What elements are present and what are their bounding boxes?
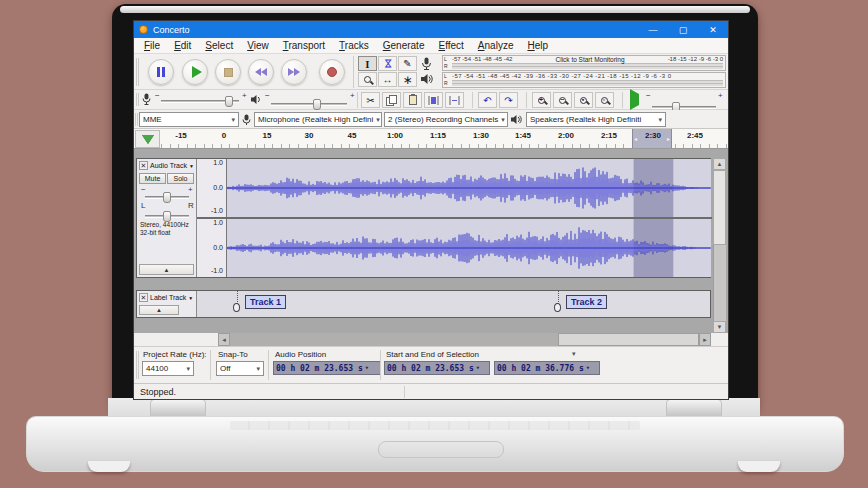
track-area: ✕ Audio Track ▼ Mute Solo − + L R Stereo… [134,149,728,333]
play-volume-thumb[interactable] [313,99,321,110]
play-speed-slider[interactable] [652,106,716,109]
scroll-left-button[interactable]: ◂ [218,333,230,346]
menu-generate[interactable]: Generate [376,39,432,52]
menu-analyze[interactable]: Analyze [471,39,521,52]
menu-help[interactable]: Help [520,39,555,52]
undo-button[interactable]: ↶ [478,92,497,108]
label-chip[interactable]: Track 1 [245,295,286,309]
minimize-button[interactable]: — [638,21,668,38]
track-name-dropdown[interactable]: Audio Track ▼ [150,162,194,169]
record-volume-thumb[interactable] [225,96,233,107]
skip-to-start-button[interactable] [248,59,274,85]
menu-edit[interactable]: Edit [167,39,198,52]
menu-file[interactable]: File [137,39,167,52]
title-bar[interactable]: Concerto — ▢ ✕ [134,21,728,38]
label-marker-handle[interactable] [233,303,240,312]
scroll-right-button[interactable]: ▸ [699,333,711,346]
copy-button[interactable] [382,92,401,108]
envelope-tool-button[interactable]: ⋈ [378,56,397,71]
selection-tool-button[interactable]: I [358,56,377,71]
toolbar-grip[interactable] [136,351,139,379]
selection-range-dropdown-icon[interactable]: ▾ [572,350,576,358]
close-button[interactable]: ✕ [698,21,728,38]
play-at-speed-icon [630,89,639,110]
zoom-in-button[interactable]: + [532,92,551,108]
timeshift-tool-button[interactable]: ↔ [378,72,397,87]
label-marker-handle[interactable] [554,303,561,312]
menu-effect[interactable]: Effect [431,39,470,52]
track-collapse-button[interactable]: ▲ [139,264,194,275]
skip-to-end-button[interactable] [281,59,307,85]
toolbar-grip[interactable] [136,58,139,86]
mute-button[interactable]: Mute [139,173,166,184]
audio-host-select[interactable]: MME▾ [139,112,239,127]
recording-device-select[interactable]: Microphone (Realtek High Defini▾ [254,112,382,127]
selection-right-handle[interactable]: ▸ [667,135,670,142]
paste-icon [409,95,417,105]
draw-tool-button[interactable]: ✎ [398,56,417,71]
ruler-tick: 1:45 [515,131,531,140]
waveform-channel-right[interactable] [227,219,711,277]
menu-tracks[interactable]: Tracks [332,39,376,52]
solo-button[interactable]: Solo [167,173,194,184]
menu-select[interactable]: Select [198,39,240,52]
maximize-button[interactable]: ▢ [668,21,698,38]
recording-meter[interactable]: LR -57 -54 -51 -48 -45 -42 Click to Star… [442,55,726,71]
trim-audio-button[interactable] [424,92,443,108]
record-volume-slider[interactable] [161,100,239,103]
selection-range-select[interactable]: Start and End of Selection [386,350,582,359]
play-at-speed-button[interactable] [630,94,639,105]
snap-to-select[interactable]: Off▾ [216,361,264,376]
selection-end-field[interactable]: 00 h 02 m 36.776 s▾ [494,361,600,375]
fit-selection-button[interactable]: ▪ [574,92,593,108]
scroll-up-button[interactable]: ▲ [713,158,726,170]
gain-slider[interactable] [145,196,189,199]
horizontal-scroll-thumb[interactable] [558,333,699,346]
label-track-name-dropdown[interactable]: Label Track ▼ [150,294,193,301]
label-chip[interactable]: Track 2 [566,295,607,309]
horizontal-scrollbar[interactable]: ◂ ▸ [218,333,711,346]
ruler-selection-region[interactable]: ◂ 2:30 ▸ [632,129,672,148]
label-track-close-button[interactable]: ✕ [139,293,148,302]
audio-track[interactable]: ✕ Audio Track ▼ Mute Solo − + L R Stereo… [136,158,711,278]
speed-min: − [646,91,651,100]
scroll-down-button[interactable]: ▼ [713,321,726,333]
pinned-playhead-button[interactable] [135,130,160,148]
trim-icon [428,96,439,105]
selection-start-field[interactable]: 00 h 02 m 23.653 s▾ [384,361,490,375]
playback-device-select[interactable]: Speakers (Realtek High Definiti▾ [526,112,666,127]
recording-channels-select[interactable]: 2 (Stereo) Recording Channels▾ [384,112,508,127]
audio-position-field[interactable]: 00 h 02 m 23.653 s▾ [273,361,381,375]
track-close-button[interactable]: ✕ [139,161,148,170]
paste-button[interactable] [403,92,422,108]
zoom-out-button[interactable]: − [553,92,572,108]
monitoring-hint[interactable]: Click to Start Monitoring [556,56,625,63]
redo-button[interactable]: ↷ [499,92,518,108]
fit-project-button[interactable]: ▫ [595,92,614,108]
vertical-scroll-thumb[interactable] [713,170,726,245]
scale-label: -1.0 [211,267,223,274]
play-button[interactable] [182,59,208,85]
selection-left-handle[interactable]: ◂ [634,135,637,142]
waveform-channel-left[interactable] [227,159,711,217]
pause-button[interactable] [148,59,174,85]
silence-audio-button[interactable] [445,92,464,108]
label-track-collapse-button[interactable]: ▲ [139,305,179,315]
cut-button[interactable]: ✂ [361,92,380,108]
gain-thumb[interactable] [163,192,171,203]
project-rate-select[interactable]: 44100▾ [142,361,194,376]
toolbar-separator [622,92,623,108]
label-track[interactable]: ✕ Label Track ▼ ▲ Track 1 Track 2 [136,290,711,318]
multi-tool-button[interactable]: ∗ [398,72,417,87]
scroll-down-icon: ▼ [717,324,723,330]
record-button[interactable] [319,59,345,85]
stop-button[interactable] [215,59,241,85]
play-volume-slider[interactable] [271,103,347,106]
toolbar-grip[interactable] [135,113,138,126]
zoom-tool-button[interactable] [358,72,377,87]
toolbar-grip[interactable] [136,93,139,106]
pan-slider[interactable] [145,215,189,218]
menu-transport[interactable]: Transport [276,39,332,52]
playback-meter[interactable]: LR -57 -54 -51 -48 -45 -42 -39 -36 -33 -… [442,72,726,88]
menu-view[interactable]: View [240,39,276,52]
